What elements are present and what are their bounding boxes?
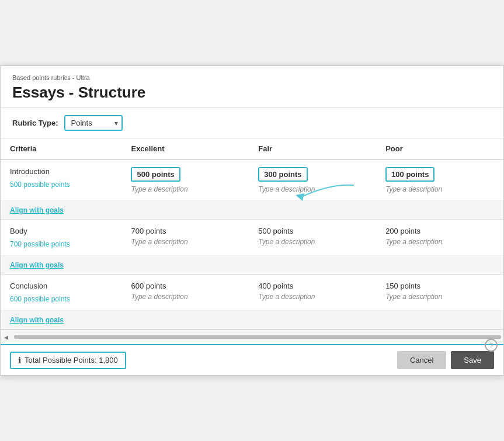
- table-row: Conclusion 600 possible points 600 point…: [1, 275, 503, 311]
- cell-0-1: 300 points Type a description: [249, 159, 376, 201]
- cell-description[interactable]: Type a description: [258, 185, 367, 193]
- col-fair: Fair: [249, 138, 376, 159]
- points-plain: 700 points: [131, 227, 239, 235]
- cell-description[interactable]: Type a description: [131, 293, 239, 301]
- cell-description[interactable]: Type a description: [131, 185, 239, 193]
- page-header: Based points rubrics - Ultra Essays - St…: [1, 66, 503, 108]
- align-goals-cell: Align with goals: [1, 256, 121, 275]
- cell-0-0: 500 points Type a description: [121, 159, 249, 201]
- align-goals-cell: Align with goals: [1, 201, 121, 220]
- total-points-display: ℹ Total Possible Points: 1,800: [10, 352, 126, 369]
- cell-2-0: 600 points Type a description: [121, 275, 249, 311]
- cell-1-0: 700 points Type a description: [121, 220, 249, 256]
- points-plain: 600 points: [131, 282, 239, 290]
- cell-description[interactable]: Type a description: [258, 293, 367, 301]
- points-plain: 150 points: [385, 282, 494, 290]
- align-empty-0-1: [249, 201, 376, 220]
- align-goals-cell: Align with goals: [1, 311, 121, 329]
- cancel-button[interactable]: Cancel: [397, 351, 446, 369]
- help-icon[interactable]: ?: [485, 339, 498, 352]
- align-row: Align with goals: [1, 201, 503, 220]
- align-empty-0-0: [121, 201, 249, 220]
- align-empty-2-0: [121, 311, 249, 329]
- criteria-cell-0: Introduction 500 possible points: [1, 159, 121, 201]
- cell-1-1: 500 points Type a description: [249, 220, 376, 256]
- align-row: Align with goals: [1, 256, 503, 275]
- cell-description[interactable]: Type a description: [385, 185, 494, 193]
- rubric-table-container: Criteria Excellent Fair Poor Introductio…: [1, 138, 503, 329]
- points-badge[interactable]: 300 points: [258, 167, 307, 182]
- total-points-label: Total Possible Points: 1,800: [25, 356, 118, 364]
- rubric-type-label: Rubric Type:: [12, 119, 58, 127]
- align-empty-1-1: [249, 256, 376, 275]
- criteria-name: Conclusion: [10, 282, 47, 290]
- align-empty-2-2: [376, 311, 503, 329]
- col-criteria: Criteria: [1, 138, 121, 159]
- svg-marker-0: [296, 193, 304, 201]
- align-with-goals-link[interactable]: Align with goals: [10, 316, 64, 324]
- align-empty-1-0: [121, 256, 249, 275]
- col-excellent: Excellent: [121, 138, 249, 159]
- rubric-type-select[interactable]: Points Percent Range: [64, 115, 123, 131]
- criteria-name: Introduction: [10, 167, 50, 176]
- possible-points: 700 possible points: [10, 240, 112, 248]
- footer-bar: ℹ Total Possible Points: 1,800 Cancel Sa…: [1, 344, 503, 375]
- criteria-cell-1: Body 700 possible points: [1, 220, 121, 256]
- page-title: Essays - Structure: [12, 84, 492, 102]
- cell-description[interactable]: Type a description: [385, 293, 494, 301]
- footer-buttons: Cancel Save: [397, 351, 494, 369]
- rubric-table: Criteria Excellent Fair Poor Introductio…: [1, 138, 503, 329]
- criteria-cell-2: Conclusion 600 possible points: [1, 275, 121, 311]
- align-empty-1-2: [376, 256, 503, 275]
- cell-2-2: 150 points Type a description: [376, 275, 503, 311]
- align-empty-0-2: [376, 201, 503, 220]
- scrollbar-row: ◂: [1, 329, 503, 344]
- align-empty-2-1: [249, 311, 376, 329]
- points-plain: 200 points: [385, 227, 494, 235]
- points-plain: 500 points: [258, 227, 367, 235]
- main-window: Based points rubrics - Ultra Essays - St…: [0, 65, 504, 376]
- align-with-goals-link[interactable]: Align with goals: [10, 206, 64, 214]
- page-subtitle: Based points rubrics - Ultra: [12, 74, 492, 81]
- cell-description[interactable]: Type a description: [385, 238, 494, 246]
- col-poor: Poor: [376, 138, 503, 159]
- table-header-row: Criteria Excellent Fair Poor: [1, 138, 503, 159]
- save-button[interactable]: Save: [451, 351, 494, 369]
- rubric-type-select-wrapper[interactable]: Points Percent Range: [64, 115, 123, 131]
- points-plain: 400 points: [258, 282, 367, 290]
- criteria-name: Body: [10, 227, 27, 235]
- scroll-left-icon[interactable]: ◂: [1, 332, 12, 342]
- cell-1-2: 200 points Type a description: [376, 220, 503, 256]
- cell-description[interactable]: Type a description: [131, 238, 239, 246]
- points-badge[interactable]: 500 points: [131, 167, 180, 182]
- possible-points: 500 possible points: [10, 180, 112, 189]
- cell-0-2: 100 points Type a description: [376, 159, 503, 201]
- align-with-goals-link[interactable]: Align with goals: [10, 261, 64, 269]
- align-row: Align with goals: [1, 311, 503, 329]
- rubric-type-row: Rubric Type: Points Percent Range: [1, 108, 503, 138]
- info-icon: ℹ: [18, 356, 21, 365]
- cell-description[interactable]: Type a description: [258, 238, 367, 246]
- points-badge[interactable]: 100 points: [385, 167, 435, 182]
- table-row: Introduction 500 possible points 500 poi…: [1, 159, 503, 201]
- cell-2-1: 400 points Type a description: [249, 275, 376, 311]
- possible-points: 600 possible points: [10, 295, 112, 303]
- table-row: Body 700 possible points 700 points Type…: [1, 220, 503, 256]
